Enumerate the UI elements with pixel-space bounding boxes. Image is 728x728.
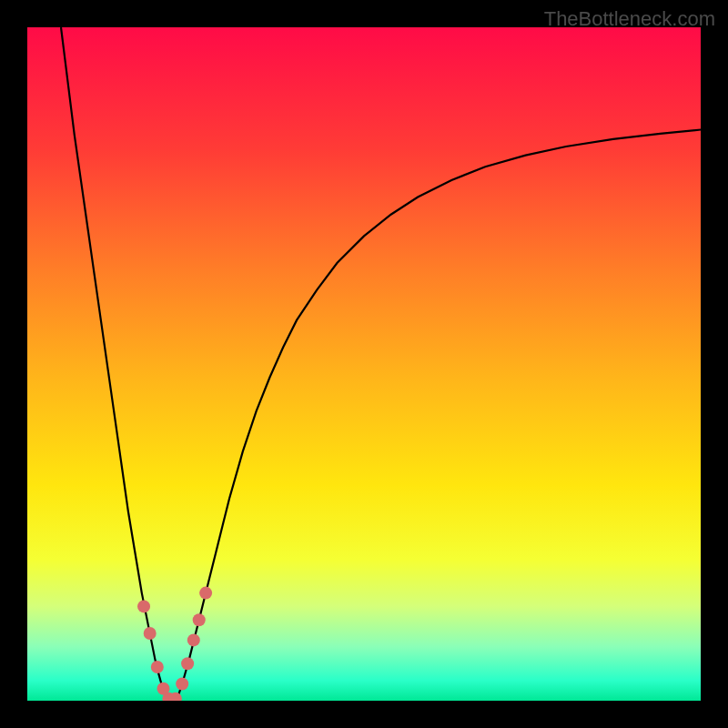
data-marker bbox=[199, 587, 212, 600]
data-marker bbox=[176, 678, 188, 691]
plot-area bbox=[27, 27, 701, 701]
data-marker bbox=[181, 657, 194, 670]
data-marker bbox=[193, 613, 206, 626]
chart-container: TheBottleneck.com bbox=[0, 0, 728, 728]
data-marker bbox=[137, 600, 150, 612]
data-markers bbox=[27, 27, 701, 701]
data-marker bbox=[187, 633, 200, 646]
watermark-text: TheBottleneck.com bbox=[544, 7, 715, 31]
data-marker bbox=[144, 627, 157, 640]
data-marker bbox=[151, 661, 164, 673]
